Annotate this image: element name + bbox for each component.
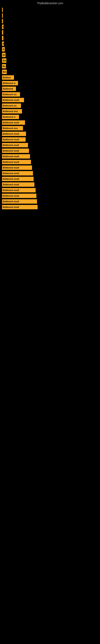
bar-row: Bottleneck [2, 86, 100, 91]
bar-item: Bottleneck resu [2, 109, 22, 114]
bar-item [2, 13, 3, 18]
bar-row: Bot [2, 58, 100, 63]
bar-item: Bottleneck result [2, 188, 36, 192]
bar-item: Bottleneck resu [2, 126, 23, 130]
bar-item: Bottleneck res [2, 104, 21, 108]
bar-item [2, 36, 3, 40]
bar-label: Bot [3, 60, 6, 62]
bar-row: Bot [2, 70, 100, 74]
bar-item: B [2, 47, 5, 52]
site-title: TheBottlenecker.com [0, 0, 100, 6]
bar-label: Bot [3, 71, 6, 73]
bar-label: Bottleneck result [3, 99, 19, 101]
bar-item: Bottleneck result [2, 98, 24, 102]
bar-item: Bot [2, 58, 6, 63]
bar-label: Bottleneck result [3, 133, 19, 135]
bar-row: Bottleneck re [2, 81, 100, 85]
bar-item: Bottleneck re [2, 115, 19, 119]
bar-row: Bottleneck result [2, 98, 100, 102]
bar-item: Bottleneck result [2, 199, 37, 204]
bar-row [2, 13, 100, 18]
bar-label: Bottleneck re [3, 116, 15, 118]
bar-item: Bottleneck result [2, 177, 34, 181]
bar-label: Bottleneck result [3, 161, 19, 163]
bar-item: Bottleneck result [2, 166, 32, 170]
bar-item: Bottleneck result [2, 143, 28, 147]
bar-label: Bottleneck resu [3, 110, 18, 112]
bar-label: Bottleneck result [3, 144, 19, 146]
bar-label: Bottleneck result [3, 206, 19, 208]
bar-label: Bottleneck res [3, 94, 17, 96]
bar-label: B [3, 48, 4, 50]
bar-item: Bottleneck result [2, 160, 31, 164]
bar-label: Bottleneck result [3, 189, 19, 192]
bar-label: Bottleneck result [3, 138, 19, 141]
bar-label: Bottleneck result [3, 178, 19, 180]
bar-row [2, 36, 100, 40]
bar-row: Bottlene [2, 75, 100, 80]
bar-item [2, 30, 3, 34]
bar-label: B [3, 43, 4, 45]
bar-row: Bottleneck re [2, 115, 100, 119]
bar-label: Bottleneck re [3, 82, 15, 84]
bar-item: Bottleneck result [2, 137, 26, 142]
bar-item: Bottleneck result [2, 171, 33, 176]
bar-item [2, 19, 3, 23]
bar-label: Bo [3, 54, 5, 56]
bar-label: Bottleneck resu [3, 127, 18, 130]
bar-row: B [2, 24, 100, 29]
bar-label: Bottleneck result [3, 172, 19, 174]
bar-row: Bottleneck result [2, 132, 100, 136]
bar-row [2, 8, 100, 12]
bar-label: Bottleneck result [3, 200, 19, 203]
bar-label: Bottleneck result [3, 155, 19, 158]
bar-row: Bottleneck result [2, 182, 100, 187]
bar-label: Bottleneck result [3, 195, 19, 197]
bar-item [2, 8, 3, 12]
bar-item: Bo [2, 53, 6, 57]
bar-row: Bottleneck result [2, 188, 100, 192]
bar-row: Bottleneck result [2, 166, 100, 170]
bar-row: Bottleneck resu [2, 109, 100, 114]
bar-label: B [3, 26, 3, 28]
bar-item: Bottleneck [2, 86, 16, 91]
bar-row: Bottleneck result [2, 137, 100, 142]
bar-row: Bottleneck result [2, 194, 100, 198]
bar-row: Bottleneck res [2, 104, 100, 108]
bar-item: Bottleneck result [2, 132, 26, 136]
bar-row: Bottleneck result [2, 148, 100, 153]
bar-label: Bottleneck res [3, 105, 17, 107]
bar-row: Bottleneck res [2, 92, 100, 96]
bar-label: Bottleneck result [3, 167, 19, 169]
bar-item: Bottleneck result [2, 120, 25, 125]
bar-item: Bottleneck re [2, 81, 18, 85]
bar-row: Bottleneck result [2, 205, 100, 209]
bar-row: Bottleneck result [2, 120, 100, 125]
bar-row: Bottleneck result [2, 154, 100, 158]
bar-item: Bottleneck result [2, 205, 38, 209]
bar-row: Bottleneck result [2, 160, 100, 164]
bar-item: B [2, 24, 3, 29]
bar-label: Bo [3, 65, 5, 68]
bar-item: Bottleneck result [2, 194, 36, 198]
bar-label: Bottleneck result [3, 122, 19, 124]
bar-row: Bo [2, 64, 100, 68]
bar-item: Bo [2, 64, 6, 68]
bar-row: Bottleneck result [2, 143, 100, 147]
bar-item: B [2, 42, 4, 46]
bar-label: Bottleneck result [3, 184, 19, 186]
bar-row [2, 19, 100, 23]
bar-row: Bottleneck result [2, 171, 100, 176]
bar-row: Bottleneck result [2, 199, 100, 204]
bar-item: Bot [2, 70, 7, 74]
bar-item: Bottleneck result [2, 154, 30, 158]
bar-label: Bottleneck result [3, 150, 19, 152]
bar-item: Bottleneck result [2, 148, 29, 153]
bar-item: Bottleneck res [2, 92, 20, 96]
bars-container: BBBBoBotBoBotBottleneBottleneck reBottle… [0, 6, 100, 209]
bar-row: Bottleneck resu [2, 126, 100, 130]
bar-item: Bottleneck result [2, 182, 34, 187]
bar-row: B [2, 47, 100, 52]
bar-row: B [2, 42, 100, 46]
bar-label: Bottlene [3, 76, 11, 79]
